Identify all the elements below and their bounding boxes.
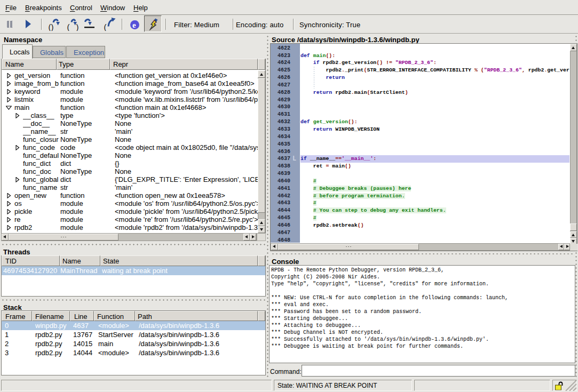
svg-text:(: ( bbox=[104, 22, 107, 31]
svg-text:): ) bbox=[76, 22, 79, 31]
svg-text:(: ( bbox=[67, 22, 70, 31]
svg-text:(): () bbox=[49, 22, 54, 31]
svg-text:e: e bbox=[132, 21, 136, 29]
